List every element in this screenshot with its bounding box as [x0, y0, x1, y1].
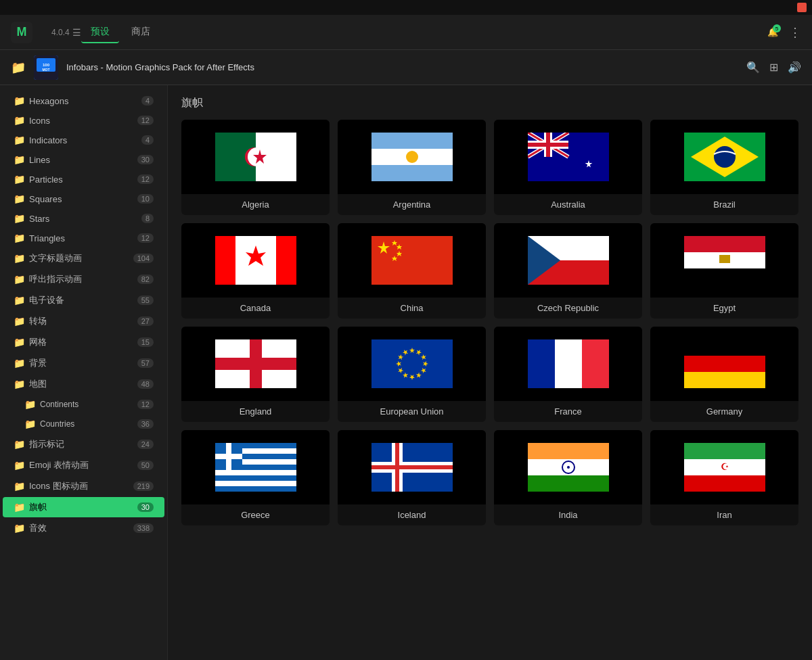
close-button[interactable] — [797, 3, 807, 12]
flag-name-algeria: Algeria — [181, 194, 330, 215]
svg-rect-79 — [215, 454, 242, 459]
folder-icon: 📁 — [24, 419, 36, 429]
svg-rect-92 — [684, 475, 765, 492]
svg-rect-85 — [528, 443, 609, 459]
folder-icon: 📁 — [14, 460, 25, 471]
sidebar-item-stars[interactable]: 📁 Stars 8 — [3, 209, 164, 228]
folder-icon: 📁 — [24, 399, 36, 410]
flag-name-germany: Germany — [650, 401, 798, 422]
folder-icon: 📁 — [14, 523, 25, 534]
svg-rect-66 — [684, 372, 765, 388]
sidebar-item-markers[interactable]: 📁 指示标记 24 — [3, 434, 164, 454]
sound-icon[interactable]: 🔊 — [788, 61, 801, 74]
sidebar-item-squares[interactable]: 📁 Squares 10 — [3, 189, 164, 208]
flag-card-england[interactable]: England — [181, 327, 330, 422]
flag-card-iran[interactable]: ☪ Iran — [650, 430, 798, 525]
search-icon[interactable]: 🔍 — [746, 61, 760, 74]
flag-name-england: England — [181, 401, 330, 422]
folder-icon: 📁 — [14, 379, 25, 390]
flag-card-czech[interactable]: Czech Republic — [494, 223, 642, 319]
version-text: 4.0.4 — [51, 28, 70, 37]
flag-img-australia — [494, 120, 642, 194]
svg-rect-11 — [371, 165, 453, 181]
sidebar-item-maps[interactable]: 📁 地图 48 — [3, 374, 164, 394]
content-area: 旗帜 Algeria — [168, 85, 812, 660]
svg-text:☪: ☪ — [720, 461, 729, 472]
tab-preset[interactable]: 预设 — [81, 22, 119, 43]
svg-point-13 — [408, 153, 416, 161]
flag-card-greece[interactable]: Greece — [181, 430, 330, 525]
nav-right: 🔔 5 ⋮ — [767, 25, 801, 40]
settings-icon[interactable]: ☰ — [72, 27, 81, 38]
sidebar-item-emoji[interactable]: 📁 Emoji 表情动画 50 — [3, 455, 164, 475]
folder-icon: 📁 — [14, 274, 25, 285]
sidebar-item-icons[interactable]: 📁 Icons 12 — [3, 111, 164, 130]
notification-bell[interactable]: 🔔 5 — [767, 27, 778, 37]
folder-icon: 📁 — [14, 481, 25, 492]
flag-card-china[interactable]: China — [338, 223, 486, 319]
svg-rect-41 — [684, 236, 765, 252]
sidebar-item-transitions[interactable]: 📁 转场 27 — [3, 311, 164, 331]
sidebar-item-icons-anim[interactable]: 📁 Icons 图标动画 219 — [3, 476, 164, 496]
flag-card-egypt[interactable]: Egypt — [650, 223, 798, 319]
sidebar-item-flags[interactable]: 📁 旗帜 30 — [3, 497, 164, 517]
flag-card-eu[interactable]: European Union — [338, 327, 486, 422]
menu-button[interactable]: ⋮ — [789, 25, 801, 40]
svg-rect-73 — [215, 470, 296, 475]
svg-text:MOT: MOT — [42, 68, 49, 72]
folder-icon: 📁 — [14, 193, 25, 204]
flag-card-iceland[interactable]: Iceland — [338, 430, 486, 525]
flag-card-canada[interactable]: Canada — [181, 223, 330, 319]
flag-img-china — [338, 223, 486, 298]
flag-card-india[interactable]: India — [494, 430, 642, 525]
flag-card-brazil[interactable]: Brazil — [650, 120, 798, 215]
tab-store[interactable]: 商店 — [122, 22, 160, 43]
sidebar-item-background[interactable]: 📁 背景 57 — [3, 353, 164, 373]
flag-card-australia[interactable]: Australia — [494, 120, 642, 215]
flag-img-canada — [181, 223, 330, 298]
svg-rect-44 — [719, 255, 730, 263]
flag-name-china: China — [338, 298, 486, 319]
sidebar-item-indicators[interactable]: 📁 Indicators 4 — [3, 131, 164, 149]
flag-name-canada: Canada — [181, 298, 330, 319]
pack-header: 📁 100 MOT Infobars - Motion Graphics Pac… — [0, 50, 812, 85]
flag-name-iran: Iran — [650, 504, 798, 525]
flag-card-germany[interactable]: Germany — [650, 327, 798, 422]
sidebar-item-hexagons[interactable]: 📁 Hexagons 4 — [3, 91, 164, 110]
flag-card-argentina[interactable]: Argentina — [338, 120, 486, 215]
flag-card-algeria[interactable]: Algeria — [181, 120, 330, 215]
sidebar-item-particles[interactable]: 📁 Particles 12 — [3, 170, 164, 189]
flag-img-algeria — [181, 120, 330, 194]
grid-icon[interactable]: ⊞ — [769, 61, 778, 74]
sidebar-item-countries[interactable]: 📁 Countries 36 — [3, 415, 164, 433]
svg-rect-43 — [684, 268, 765, 285]
flags-grid: Algeria Argentina — [181, 120, 798, 525]
sidebar-item-sfx[interactable]: 📁 音效 338 — [3, 518, 164, 538]
svg-rect-30 — [276, 236, 296, 285]
flag-name-czech: Czech Republic — [494, 298, 642, 319]
folder-icon: 📁 — [14, 337, 25, 348]
svg-rect-47 — [215, 358, 296, 370]
flag-img-iceland — [338, 430, 486, 504]
flag-name-argentina: Argentina — [338, 194, 486, 215]
folder-icon: 📁 — [14, 174, 25, 185]
sidebar-item-text-anim[interactable]: 📁 文字标题动画 104 — [3, 248, 164, 268]
folder-icon: 📁 — [14, 154, 25, 165]
pack-title: Infobars - Motion Graphics Pack for Afte… — [66, 62, 738, 72]
sidebar-item-callout-anim[interactable]: 📁 呼出指示动画 82 — [3, 269, 164, 289]
sidebar-item-devices[interactable]: 📁 电子设备 55 — [3, 290, 164, 310]
sidebar-item-grid[interactable]: 📁 网格 15 — [3, 332, 164, 352]
folder-icon: 📁 — [14, 213, 25, 224]
flag-name-france: France — [494, 401, 642, 422]
sidebar-item-triangles[interactable]: 📁 Triangles 12 — [3, 229, 164, 248]
sidebar-item-continents[interactable]: 📁 Continents 12 — [3, 395, 164, 414]
folder-icon: 📁 — [11, 60, 26, 75]
svg-rect-87 — [528, 475, 609, 492]
flag-name-iceland: Iceland — [338, 504, 486, 525]
sidebar-item-lines[interactable]: 📁 Lines 30 — [3, 150, 164, 169]
flag-name-brazil: Brazil — [650, 194, 798, 215]
flag-img-iran: ☪ — [650, 430, 798, 504]
svg-rect-65 — [684, 356, 765, 372]
flag-card-france[interactable]: France — [494, 327, 642, 422]
pack-logo: 100 MOT — [34, 55, 58, 80]
